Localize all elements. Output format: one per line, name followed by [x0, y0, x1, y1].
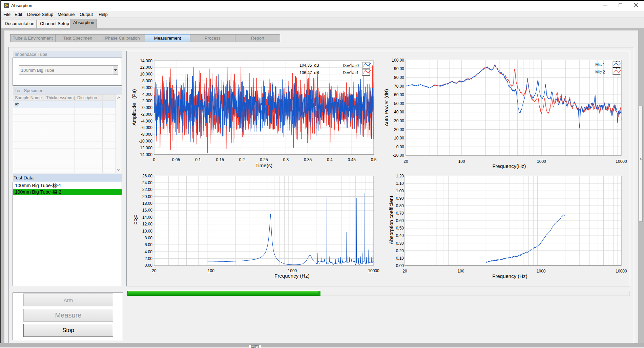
svg-text:-12.000: -12.000 [139, 146, 152, 150]
svg-text:4.00: 4.00 [145, 249, 153, 254]
svg-text:100.00: 100.00 [392, 58, 404, 63]
svg-text:1.00: 1.00 [396, 189, 404, 193]
svg-text:10000: 10000 [368, 268, 379, 273]
svg-text:-4.000: -4.000 [141, 119, 152, 124]
svg-text:0.30: 0.30 [396, 241, 404, 246]
svg-text:8.000: 8.000 [142, 79, 152, 83]
svg-text:Absorption coefficient: Absorption coefficient [388, 196, 394, 244]
svg-text:12.00: 12.00 [142, 222, 152, 226]
svg-text:20: 20 [403, 159, 408, 164]
svg-text:Frequency(Hz): Frequency(Hz) [492, 163, 526, 169]
svg-text:10.00: 10.00 [142, 229, 152, 234]
svg-text:Auto Power (dB): Auto Power (dB) [383, 89, 389, 126]
svg-text:Frequency (Hz): Frequency (Hz) [492, 273, 527, 279]
svg-text:14.00: 14.00 [142, 215, 152, 220]
svg-text:16.00: 16.00 [142, 208, 152, 213]
svg-text:0.90: 0.90 [396, 196, 404, 201]
svg-text:Frequency (Hz): Frequency (Hz) [274, 273, 309, 279]
svg-text:20.00: 20.00 [142, 194, 152, 199]
svg-text:100: 100 [208, 268, 214, 273]
svg-text:FRF: FRF [133, 215, 139, 224]
svg-text:0.35: 0.35 [304, 157, 312, 162]
svg-text:0.000: 0.000 [142, 105, 152, 110]
svg-text:40.00: 40.00 [394, 110, 404, 114]
svg-text:0.00: 0.00 [145, 263, 153, 268]
svg-text:-6.000: -6.000 [141, 125, 152, 130]
svg-text:70.00: 70.00 [394, 84, 404, 89]
svg-text:100: 100 [457, 269, 464, 274]
svg-text:0.60: 0.60 [396, 218, 404, 223]
svg-text:1.20: 1.20 [396, 174, 404, 178]
svg-text:8.00: 8.00 [145, 236, 153, 240]
svg-text:0.50: 0.50 [396, 226, 404, 231]
svg-text:0.00: 0.00 [396, 263, 404, 268]
svg-text:-10.000: -10.000 [139, 139, 152, 144]
svg-text:Dev1/ai0: Dev1/ai0 [343, 63, 359, 68]
svg-text:Time(s): Time(s) [255, 162, 272, 168]
svg-text:0.80: 0.80 [396, 203, 404, 208]
svg-text:0.1: 0.1 [195, 157, 201, 162]
svg-text:10000: 10000 [616, 159, 627, 164]
svg-text:14.000: 14.000 [140, 59, 152, 63]
svg-text:Dev1/ai1: Dev1/ai1 [343, 70, 359, 75]
svg-text:104.35 dB: 104.35 dB [299, 63, 319, 68]
svg-text:6.00: 6.00 [145, 242, 153, 247]
svg-text:0.40: 0.40 [396, 233, 404, 238]
svg-text:0.10: 0.10 [396, 256, 404, 261]
svg-text:-10.00: -10.00 [393, 153, 404, 158]
svg-text:-14.000: -14.000 [139, 152, 152, 157]
svg-text:12.000: 12.000 [140, 65, 152, 70]
svg-text:0.4: 0.4 [327, 157, 333, 162]
svg-text:20.00: 20.00 [394, 127, 404, 132]
svg-text:0.5: 0.5 [371, 157, 377, 162]
svg-text:0.45: 0.45 [348, 157, 356, 162]
svg-text:0.05: 0.05 [172, 157, 180, 162]
svg-text:22.00: 22.00 [142, 187, 152, 192]
svg-text:20: 20 [402, 269, 407, 274]
svg-text:1000: 1000 [537, 159, 546, 164]
svg-text:100: 100 [458, 159, 465, 164]
svg-text:80.00: 80.00 [394, 75, 404, 80]
svg-text:0.25: 0.25 [260, 157, 268, 162]
svg-text:2.000: 2.000 [142, 99, 152, 103]
svg-text:6.000: 6.000 [142, 85, 152, 90]
svg-text:1.10: 1.10 [396, 181, 404, 186]
svg-text:10.000: 10.000 [140, 72, 152, 77]
svg-text:0: 0 [153, 157, 155, 162]
svg-text:0.2: 0.2 [239, 157, 245, 162]
svg-text:10000: 10000 [616, 269, 627, 274]
svg-text:0.3: 0.3 [283, 157, 289, 162]
svg-text:0.15: 0.15 [216, 157, 224, 162]
svg-text:26.00: 26.00 [142, 174, 152, 178]
svg-text:2.00: 2.00 [145, 256, 153, 261]
svg-text:Mic 1: Mic 1 [595, 62, 605, 67]
svg-text:-2.000: -2.000 [141, 112, 152, 117]
svg-text:10.00: 10.00 [394, 136, 404, 140]
svg-text:60.00: 60.00 [394, 92, 404, 97]
svg-text:24.00: 24.00 [142, 180, 152, 185]
svg-text:30.00: 30.00 [394, 118, 404, 123]
svg-text:Amplitude (Pa): Amplitude (Pa) [131, 89, 137, 126]
svg-text:106.47 dB: 106.47 dB [299, 70, 319, 75]
svg-text:90.00: 90.00 [394, 66, 404, 71]
svg-text:1000: 1000 [537, 269, 546, 274]
svg-text:Mic 2: Mic 2 [595, 70, 605, 74]
svg-text:0.00: 0.00 [396, 145, 404, 149]
svg-text:0.20: 0.20 [396, 248, 404, 253]
svg-text:0.70: 0.70 [396, 211, 404, 216]
svg-text:4.000: 4.000 [142, 92, 152, 97]
svg-text:1000: 1000 [288, 268, 297, 273]
svg-text:20: 20 [152, 268, 157, 273]
svg-text:18.00: 18.00 [142, 201, 152, 206]
svg-text:50.00: 50.00 [394, 101, 404, 106]
svg-text:-8.000: -8.000 [141, 132, 152, 137]
